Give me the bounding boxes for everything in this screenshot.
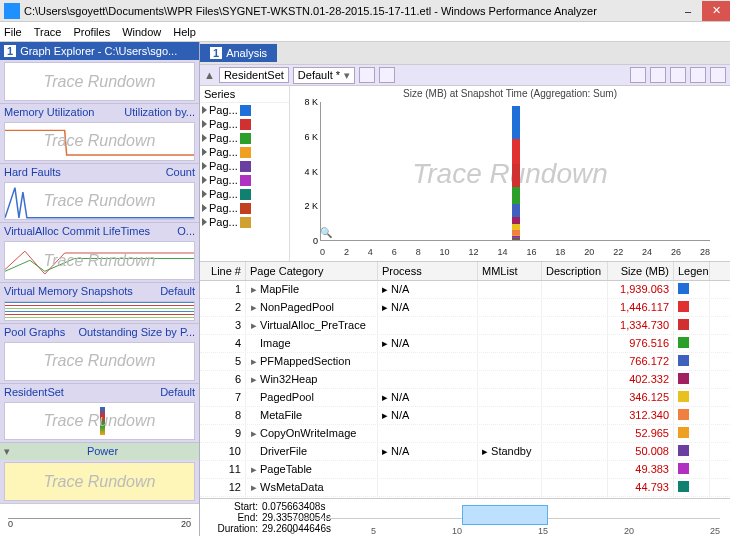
chart-bar-segment — [512, 224, 520, 230]
expand-icon[interactable] — [202, 120, 207, 128]
chart-bar-segment — [512, 204, 520, 217]
table-row[interactable]: 3▸VirtualAlloc_PreTrace1,334.730 — [200, 317, 730, 335]
table-row[interactable]: 2▸NonPagedPool▸ N/A1,446.117 — [200, 299, 730, 317]
table-row[interactable]: 12▸WsMetaData44.793 — [200, 479, 730, 497]
expand-icon[interactable]: ▸ — [250, 283, 258, 296]
series-item[interactable]: Pag... — [200, 215, 289, 229]
graph-thumb[interactable]: Trace Rundown — [4, 462, 195, 501]
section-head-virtualalloc[interactable]: VirtualAlloc Commit LifeTimesO... — [0, 222, 199, 239]
data-table: Line # Page Category Process MMList Desc… — [200, 262, 730, 536]
section-head-residentset[interactable]: ResidentSetDefault — [0, 383, 199, 400]
expand-icon[interactable] — [202, 176, 207, 184]
menu-trace[interactable]: Trace — [34, 26, 62, 38]
expand-icon[interactable] — [202, 162, 207, 170]
view-table-icon[interactable] — [670, 67, 686, 83]
zoom-icon[interactable]: 🔍 — [320, 227, 334, 241]
expand-icon[interactable]: ▸ — [250, 319, 258, 332]
table-row[interactable]: 6▸Win32Heap402.332 — [200, 371, 730, 389]
series-label: Pag... — [209, 174, 238, 186]
graph-thumb[interactable]: Trace Rundown — [4, 342, 195, 381]
series-swatch — [240, 203, 251, 214]
chart-bar-segment — [512, 236, 520, 237]
table-row[interactable]: 5▸PFMappedSection766.172 — [200, 353, 730, 371]
section-head-hardfaults[interactable]: Hard FaultsCount — [0, 163, 199, 180]
series-item[interactable]: Pag... — [200, 131, 289, 145]
table-row[interactable]: 7PagedPool▸ N/A346.125 — [200, 389, 730, 407]
graph-thumb[interactable]: Trace Rundown — [4, 122, 195, 161]
legend-swatch — [678, 391, 689, 402]
save-preset-icon[interactable] — [359, 67, 375, 83]
graph-thumb[interactable]: Trace Rundown — [4, 402, 195, 441]
view-split-icon[interactable] — [650, 67, 666, 83]
menu-profiles[interactable]: Profiles — [73, 26, 110, 38]
series-item[interactable]: Pag... — [200, 103, 289, 117]
col-line[interactable]: Line # — [200, 262, 246, 280]
expand-icon[interactable]: ▸ — [250, 463, 258, 476]
menu-file[interactable]: File — [4, 26, 22, 38]
table-row[interactable]: 1▸MapFile▸ N/A1,939.063 — [200, 281, 730, 299]
expand-icon[interactable] — [202, 190, 207, 198]
col-process[interactable]: Process — [378, 262, 478, 280]
series-swatch — [240, 175, 251, 186]
chart-bar-segment — [512, 239, 520, 240]
col-legend[interactable]: Legend — [674, 262, 710, 280]
table-row[interactable]: 9▸CopyOnWriteImage52.965 — [200, 425, 730, 443]
expand-icon[interactable]: ▸ — [250, 355, 258, 368]
close-button[interactable]: ✕ — [702, 1, 730, 21]
expand-icon[interactable] — [202, 106, 207, 114]
expand-icon[interactable]: ▸ — [250, 373, 258, 386]
chart-plot[interactable]: Size (MB) at Snapshot Time (Aggregation:… — [290, 86, 730, 261]
series-swatch — [240, 217, 251, 228]
expand-icon[interactable] — [202, 218, 207, 226]
table-row[interactable]: 11▸PageTable49.383 — [200, 461, 730, 479]
series-swatch — [240, 133, 251, 144]
series-item[interactable]: Pag... — [200, 145, 289, 159]
series-item[interactable]: Pag... — [200, 173, 289, 187]
table-row[interactable]: 8MetaFile▸ N/A312.340 — [200, 407, 730, 425]
preset-dropdown[interactable]: Default *▾ — [293, 67, 355, 84]
expand-icon[interactable]: ▸ — [250, 427, 258, 440]
main-menu: File Trace Profiles Window Help — [0, 22, 730, 42]
left-timeline[interactable]: 020 — [0, 503, 199, 536]
col-description[interactable]: Description — [542, 262, 608, 280]
series-item[interactable]: Pag... — [200, 159, 289, 173]
options-icon[interactable] — [379, 67, 395, 83]
col-size[interactable]: Size (MB) — [608, 262, 674, 280]
expand-icon[interactable]: ▸ — [250, 481, 258, 494]
menu-help[interactable]: Help — [173, 26, 196, 38]
expand-icon[interactable] — [202, 148, 207, 156]
tab-analysis[interactable]: 1Analysis — [200, 44, 277, 62]
graph-thumb[interactable]: Trace Rundown — [4, 241, 195, 280]
expand-icon[interactable] — [202, 134, 207, 142]
graph-type-dropdown[interactable]: ResidentSet — [219, 67, 289, 83]
series-item[interactable]: Pag... — [200, 117, 289, 131]
series-label: Pag... — [209, 202, 238, 214]
menu-window[interactable]: Window — [122, 26, 161, 38]
series-item[interactable]: Pag... — [200, 187, 289, 201]
close-panel-icon[interactable] — [710, 67, 726, 83]
graph-thumb[interactable]: Trace Rundown — [4, 62, 195, 101]
view-chart-icon[interactable] — [630, 67, 646, 83]
expand-icon[interactable] — [202, 204, 207, 212]
col-page-category[interactable]: Page Category — [246, 262, 378, 280]
series-swatch — [240, 189, 251, 200]
section-head-power[interactable]: ▾Power — [0, 442, 199, 460]
graph-thumb[interactable] — [4, 301, 195, 321]
series-label: Pag... — [209, 188, 238, 200]
graph-thumb[interactable]: Trace Rundown — [4, 182, 195, 221]
legend-swatch — [678, 355, 689, 366]
chart-bar-segment — [512, 230, 520, 235]
minimize-button[interactable]: – — [674, 1, 702, 21]
section-head-memory[interactable]: Memory UtilizationUtilization by... — [0, 103, 199, 120]
legend-swatch — [678, 481, 689, 492]
series-item[interactable]: Pag... — [200, 201, 289, 215]
section-head-poolgraphs[interactable]: Pool GraphsOutstanding Size by P... — [0, 323, 199, 340]
chart-x-axis: 0246810121416182022242628 — [320, 247, 710, 257]
table-row[interactable]: 4Image▸ N/A976.516 — [200, 335, 730, 353]
expand-icon[interactable]: ▸ — [250, 301, 258, 314]
table-row[interactable]: 10DriverFile▸ N/A▸ Standby50.008 — [200, 443, 730, 461]
section-head-vmsnapshots[interactable]: Virtual Memory SnapshotsDefault — [0, 282, 199, 299]
col-mmlist[interactable]: MMList — [478, 262, 542, 280]
timeline-scrubber[interactable]: 0510152025 — [290, 501, 720, 534]
maximize-icon[interactable] — [690, 67, 706, 83]
